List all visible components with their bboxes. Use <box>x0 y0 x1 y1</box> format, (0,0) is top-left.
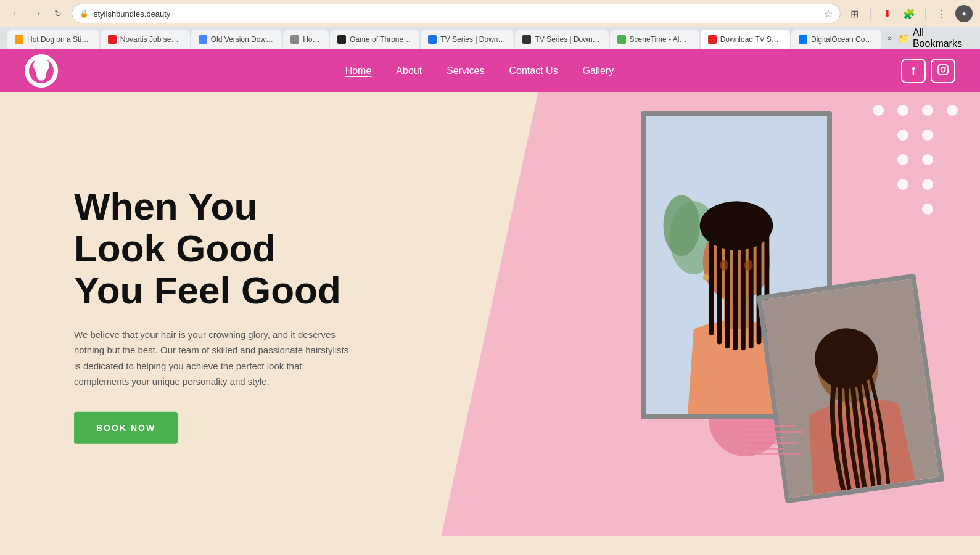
instagram-icon <box>937 64 949 78</box>
hero-section: When You Look Good You Feel Good We beli… <box>0 92 980 536</box>
tab-label-old: Old Version Downl... <box>211 35 274 44</box>
deco-line-5 <box>746 448 783 450</box>
download-button[interactable]: ⬇ <box>878 5 896 22</box>
logo-svg <box>28 57 55 84</box>
tab-label-serial: TV Series | Downlo... <box>440 35 506 44</box>
bookmark-star-icon[interactable]: ☆ <box>824 8 833 20</box>
tab-got[interactable]: Game of Thrones:... <box>330 30 419 49</box>
tab-favicon-download <box>708 35 717 44</box>
reload-button[interactable]: ↻ <box>49 5 67 22</box>
nav-link-gallery[interactable]: Gallery <box>583 65 614 76</box>
back-button[interactable]: ← <box>7 5 25 22</box>
logo <box>25 54 58 88</box>
nav-link-about[interactable]: About <box>396 65 422 76</box>
facebook-button[interactable]: f <box>901 59 926 83</box>
tab-label-home: Home <box>303 35 321 44</box>
hero-title-line1: When You <box>74 185 257 228</box>
deco-line-4 <box>746 442 798 444</box>
nav-link-home[interactable]: Home <box>345 65 372 76</box>
tabs-more-button[interactable]: » <box>883 34 897 43</box>
hero-title: When You Look Good You Feel Good <box>74 186 358 312</box>
svg-point-9 <box>663 195 699 256</box>
tab-label-novartis: Novartis Job search <box>120 35 183 44</box>
tab-favicon-digital <box>799 35 807 44</box>
profile-button[interactable]: ● <box>955 5 973 22</box>
svg-point-5 <box>941 68 945 72</box>
instagram-button[interactable] <box>931 59 955 83</box>
tab-serial[interactable]: TV Series | Downlo... <box>421 30 514 49</box>
deco-line-1 <box>746 426 795 427</box>
tab-label-hotdog: Hot Dog on a Stick... <box>27 35 92 44</box>
site-nav: Home About Services Contact Us Gallery f <box>0 49 980 92</box>
deco-line-3 <box>746 437 789 438</box>
tab-label-digital: DigitalOcean Cont... <box>811 35 874 44</box>
tab-favicon-old <box>199 35 207 44</box>
nav-buttons: ← → ↻ <box>7 5 67 22</box>
tab-scene[interactable]: SceneTime - Alwa... <box>610 30 699 49</box>
dot-1-4 <box>947 105 958 116</box>
deco-line-6 <box>746 453 801 455</box>
extensions-button[interactable]: ⊞ <box>846 5 863 22</box>
tab-favicon-got <box>337 35 346 44</box>
browser-tabs: Hot Dog on a Stick... Novartis Job searc… <box>0 27 980 49</box>
tab-home[interactable]: Home <box>283 30 329 49</box>
svg-point-21 <box>720 260 728 271</box>
tab-favicon-novartis <box>108 35 117 44</box>
all-bookmarks-label: All Bookmarks <box>913 27 973 49</box>
tab-download[interactable]: Download TV Sho... <box>701 30 790 49</box>
address-bar[interactable]: 🔒 stylishbundles.beauty ☆ <box>72 4 841 23</box>
tab-novartis[interactable]: Novartis Job search <box>101 30 190 49</box>
social-buttons: f <box>901 59 955 83</box>
logo-icon <box>25 54 58 88</box>
svg-point-3 <box>33 58 49 73</box>
lock-icon: 🔒 <box>80 9 89 18</box>
tab-old[interactable]: Old Version Downl... <box>191 30 282 49</box>
all-bookmarks-button[interactable]: 📁 All Bookmarks <box>898 27 973 49</box>
tab-label-scene: SceneTime - Alwa... <box>630 35 692 44</box>
tab-label-got: Game of Thrones:... <box>350 35 412 44</box>
nav-link-services[interactable]: Services <box>447 65 484 76</box>
tab-label-tv: TV Series | Downlo... <box>535 35 601 44</box>
browser-chrome: ← → ↻ 🔒 stylishbundles.beauty ☆ ⊞ ⬇ 🧩 ⋮ … <box>0 0 980 49</box>
deco-lines <box>746 426 807 475</box>
hero-content: When You Look Good You Feel Good We beli… <box>74 186 358 444</box>
extensions2-button[interactable]: 🧩 <box>900 5 918 22</box>
browser-toolbar: ← → ↻ 🔒 stylishbundles.beauty ☆ ⊞ ⬇ 🧩 ⋮ … <box>0 0 980 27</box>
svg-point-6 <box>945 67 947 68</box>
menu-button[interactable]: ⋮ <box>933 5 950 22</box>
website: Home About Services Contact Us Gallery f <box>0 49 980 536</box>
tab-favicon-serial <box>428 35 437 44</box>
tab-label-download: Download TV Sho... <box>720 35 783 44</box>
photo-container <box>610 111 931 506</box>
tab-tv[interactable]: TV Series | Downlo... <box>515 30 608 49</box>
tab-hotdog[interactable]: Hot Dog on a Stick... <box>7 30 99 49</box>
facebook-icon: f <box>912 65 915 78</box>
tab-favicon-home <box>290 35 299 44</box>
url-text: stylishbundles.beauty <box>94 9 819 18</box>
bookmarks-icon: 📁 <box>898 33 910 44</box>
book-now-button[interactable]: BOOK NOW <box>74 411 178 443</box>
forward-button[interactable]: → <box>28 5 46 22</box>
svg-point-22 <box>744 260 753 271</box>
hero-title-line2: Look Good <box>74 227 276 269</box>
nav-link-contact[interactable]: Contact Us <box>509 65 558 76</box>
svg-point-23 <box>703 274 709 281</box>
tab-favicon-hotdog <box>15 35 23 44</box>
nav-links: Home About Services Contact Us Gallery <box>345 65 614 76</box>
hero-description: We believe that your hair is your crowni… <box>74 326 358 389</box>
tab-digital[interactable]: DigitalOcean Cont... <box>791 30 881 49</box>
hero-title-line3: You Feel Good <box>74 269 341 311</box>
divider2 <box>925 7 926 20</box>
toolbar-actions: ⊞ ⬇ 🧩 ⋮ ● <box>846 5 973 22</box>
svg-point-20 <box>700 201 773 250</box>
divider <box>870 7 871 20</box>
svg-rect-4 <box>938 65 948 75</box>
tab-favicon-scene <box>617 35 626 44</box>
deco-line-2 <box>746 431 804 433</box>
tab-favicon-tv <box>522 35 531 44</box>
